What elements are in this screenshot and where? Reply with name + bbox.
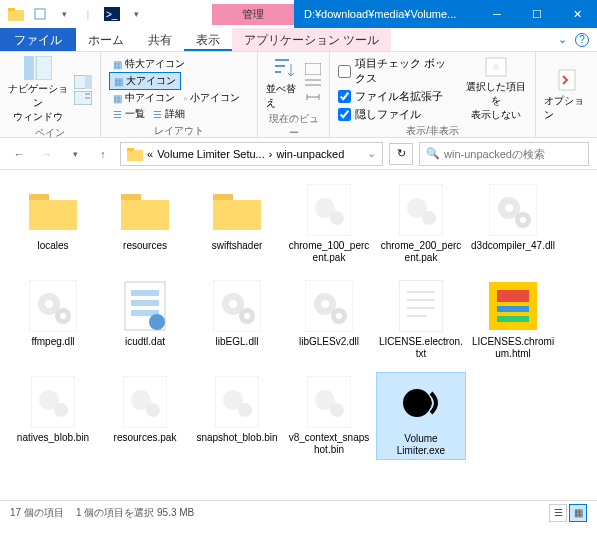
view-small-button[interactable]: ▫小アイコン bbox=[179, 90, 244, 106]
file-icon bbox=[301, 374, 357, 430]
svg-point-83 bbox=[330, 403, 344, 417]
ribbon-group-current-view: 並べ替え 現在のビュー bbox=[258, 52, 331, 137]
list-item[interactable]: v8_context_snapshot.bin bbox=[284, 372, 374, 460]
list-item[interactable]: snapshot_blob.bin bbox=[192, 372, 282, 460]
view-medium-button[interactable]: ▦中アイコン bbox=[109, 90, 179, 106]
svg-rect-49 bbox=[131, 290, 159, 296]
tab-view[interactable]: 表示 bbox=[184, 28, 232, 51]
file-label: swiftshader bbox=[212, 240, 263, 252]
list-item[interactable]: icudtl.dat bbox=[100, 276, 190, 362]
chevron-left-icon[interactable]: « bbox=[147, 148, 153, 160]
close-button[interactable]: ✕ bbox=[557, 0, 597, 28]
tab-app-tools[interactable]: アプリケーション ツール bbox=[232, 28, 391, 51]
tab-share[interactable]: 共有 bbox=[136, 28, 184, 51]
preview-pane-icon[interactable] bbox=[74, 75, 92, 89]
list-item[interactable]: resources bbox=[100, 180, 190, 266]
svg-rect-15 bbox=[305, 63, 321, 75]
groupby-icon[interactable] bbox=[305, 63, 321, 75]
options-button[interactable]: オプション bbox=[544, 68, 589, 122]
breadcrumb-crumb[interactable]: Volume Limiter Setu... bbox=[157, 148, 265, 160]
sort-button[interactable]: 並べ替え bbox=[266, 56, 300, 110]
back-button[interactable]: ← bbox=[8, 143, 30, 165]
svg-rect-69 bbox=[497, 290, 529, 302]
file-icon bbox=[25, 374, 81, 430]
file-label: LICENSES.chromium.html bbox=[470, 336, 556, 360]
svg-point-19 bbox=[493, 64, 499, 70]
forward-button[interactable]: → bbox=[36, 143, 58, 165]
tab-home[interactable]: ホーム bbox=[76, 28, 136, 51]
hide-selected-button[interactable]: 選択した項目を 表示しない bbox=[465, 56, 528, 122]
chevron-down-icon[interactable]: ⌄ bbox=[367, 147, 376, 160]
titlebar: ▾ | >_ ▾ 管理 D:¥download¥media¥Volume... … bbox=[0, 0, 597, 28]
nav-pane-button[interactable]: ナビゲーション ウィンドウ bbox=[8, 56, 68, 124]
window-controls: ─ ☐ ✕ bbox=[477, 0, 597, 28]
folder-icon[interactable] bbox=[6, 4, 26, 24]
qat-separator: | bbox=[78, 4, 98, 24]
nav-pane-icon bbox=[24, 56, 52, 80]
quick-access-toolbar: ▾ | >_ ▾ bbox=[0, 4, 152, 24]
options-label: オプション bbox=[544, 94, 589, 122]
view-extra-large-button[interactable]: ▦特大アイコン bbox=[109, 56, 189, 72]
view-details-button[interactable]: ☰詳細 bbox=[149, 106, 189, 122]
details-pane-icon[interactable] bbox=[74, 91, 92, 105]
ribbon-collapse-icon[interactable]: ⌄ bbox=[558, 33, 567, 46]
search-field[interactable] bbox=[444, 148, 574, 160]
ribbon-group-options: オプション bbox=[536, 52, 597, 137]
list-item[interactable]: libGLESv2.dll bbox=[284, 276, 374, 362]
view-large-button[interactable]: ▦大アイコン bbox=[109, 72, 181, 90]
status-bar: 17 個の項目 1 個の項目を選択 95.3 MB ☰ ▦ bbox=[0, 500, 597, 524]
list-item[interactable]: Volume Limiter.exe bbox=[376, 372, 466, 460]
checkbox-hidden[interactable]: 隠しファイル bbox=[338, 107, 454, 122]
checkbox-extensions[interactable]: ファイル名拡張子 bbox=[338, 89, 454, 104]
properties-icon[interactable] bbox=[30, 4, 50, 24]
breadcrumb[interactable]: « Volume Limiter Setu... › win-unpacked … bbox=[120, 142, 383, 166]
chevron-down-icon[interactable]: ▾ bbox=[54, 4, 74, 24]
options-icon bbox=[555, 68, 579, 92]
svg-point-42 bbox=[520, 217, 526, 223]
svg-point-57 bbox=[244, 313, 250, 319]
recent-button[interactable]: ▾ bbox=[64, 143, 86, 165]
list-item[interactable]: chrome_100_percent.pak bbox=[284, 180, 374, 266]
list-item[interactable]: libEGL.dll bbox=[192, 276, 282, 362]
list-item[interactable]: ffmpeg.dll bbox=[8, 276, 98, 362]
search-icon: 🔍 bbox=[426, 147, 440, 160]
svg-rect-71 bbox=[497, 316, 529, 322]
addcolumns-icon[interactable] bbox=[305, 77, 321, 89]
up-button[interactable]: ↑ bbox=[92, 143, 114, 165]
help-icon[interactable]: ? bbox=[575, 33, 589, 47]
file-icon bbox=[209, 374, 265, 430]
list-item[interactable]: locales bbox=[8, 180, 98, 266]
list-item[interactable]: LICENSES.chromium.html bbox=[468, 276, 558, 362]
refresh-button[interactable]: ↻ bbox=[389, 143, 413, 165]
file-icon bbox=[25, 182, 81, 238]
search-input[interactable]: 🔍 bbox=[419, 142, 589, 166]
list-item[interactable]: resources.pak bbox=[100, 372, 190, 460]
breadcrumb-crumb[interactable]: win-unpacked bbox=[276, 148, 344, 160]
maximize-button[interactable]: ☐ bbox=[517, 0, 557, 28]
file-icon bbox=[117, 182, 173, 238]
svg-rect-28 bbox=[121, 200, 169, 230]
minimize-button[interactable]: ─ bbox=[477, 0, 517, 28]
svg-point-74 bbox=[54, 403, 68, 417]
sizecolumns-icon[interactable] bbox=[305, 91, 321, 103]
file-label: snapshot_blob.bin bbox=[196, 432, 277, 444]
view-list-button[interactable]: ☰一覧 bbox=[109, 106, 149, 122]
file-label: Volume Limiter.exe bbox=[379, 433, 463, 457]
checkbox-item-checkboxes[interactable]: 項目チェック ボックス bbox=[338, 56, 454, 86]
file-menu[interactable]: ファイル bbox=[0, 28, 76, 51]
list-item[interactable]: natives_blob.bin bbox=[8, 372, 98, 460]
context-tab-title: 管理 bbox=[212, 4, 294, 25]
file-list[interactable]: localesresourcesswiftshaderchrome_100_pe… bbox=[0, 170, 597, 500]
file-icon bbox=[393, 278, 449, 334]
list-item[interactable]: chrome_200_percent.pak bbox=[376, 180, 466, 266]
file-label: LICENSE.electron.txt bbox=[378, 336, 464, 360]
list-item[interactable]: LICENSE.electron.txt bbox=[376, 276, 466, 362]
details-view-button[interactable]: ☰ bbox=[549, 504, 567, 522]
chevron-down-icon[interactable]: ▾ bbox=[126, 4, 146, 24]
icons-view-button[interactable]: ▦ bbox=[569, 504, 587, 522]
file-icon bbox=[117, 278, 173, 334]
powershell-icon[interactable]: >_ bbox=[102, 4, 122, 24]
file-label: ffmpeg.dll bbox=[31, 336, 74, 348]
list-item[interactable]: swiftshader bbox=[192, 180, 282, 266]
list-item[interactable]: d3dcompiler_47.dll bbox=[468, 180, 558, 266]
